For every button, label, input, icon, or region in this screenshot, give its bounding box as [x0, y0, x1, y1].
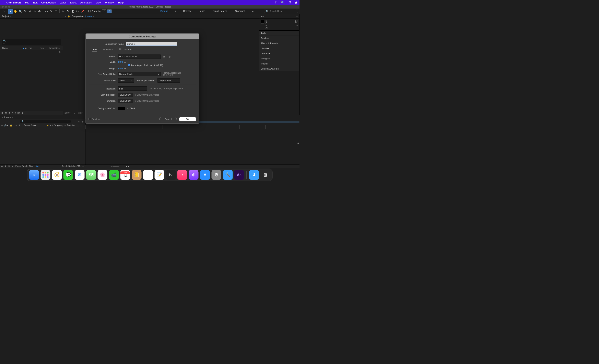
tl-foot-icon3[interactable]: {} — [8, 165, 10, 167]
comp-name-input[interactable] — [126, 42, 177, 46]
zoom-out-icon[interactable]: ━○━━━━━ — [111, 165, 119, 167]
bpc-label[interactable]: 8 bpc — [15, 112, 20, 114]
clone-tool-icon[interactable]: ✿ — [65, 9, 70, 14]
folder-icon[interactable]: 🗀 — [5, 112, 7, 114]
zoom-in-icon[interactable]: ▲▲ — [125, 165, 129, 167]
col-num[interactable]: # — [19, 124, 22, 127]
menu-help[interactable]: Help — [118, 1, 123, 4]
share-icon[interactable]: ⇪ — [275, 1, 277, 4]
project-search-input[interactable] — [7, 41, 60, 43]
col-parent[interactable]: Parent & — [67, 124, 75, 127]
dock-xcode-icon[interactable]: 🔨 — [223, 170, 233, 180]
col-name[interactable]: Name — [1, 47, 22, 50]
zoom-chevron-icon[interactable]: ⌄ — [74, 112, 76, 114]
col-eye-icon[interactable]: 👁 — [1, 124, 4, 127]
menu-edit[interactable]: Edit — [33, 1, 37, 4]
menu-window[interactable]: Window — [105, 1, 114, 4]
tab-advanced[interactable]: Advanced — [103, 48, 113, 52]
col-label-icon[interactable]: 🏷 — [15, 124, 19, 127]
snap-option-1[interactable]: ↗ — [102, 9, 106, 13]
dock-messages-icon[interactable]: 💬 — [63, 170, 73, 180]
project-menu-icon[interactable]: ≡ — [10, 15, 11, 18]
window-controls[interactable] — [2, 6, 10, 8]
start-input[interactable] — [118, 93, 133, 97]
search-input[interactable] — [269, 10, 294, 12]
col-solo-icon[interactable]: ● — [7, 124, 10, 127]
panel-content-aware[interactable]: Content-Aware Fill — [259, 66, 299, 71]
cancel-button[interactable]: Cancel — [159, 117, 177, 121]
dock-music-icon[interactable]: ♪ — [177, 170, 187, 180]
dock-contacts-icon[interactable]: 📒 — [132, 170, 142, 180]
dock-calendar-icon[interactable]: APR 14 — [120, 170, 130, 180]
workspace-more-icon[interactable]: » — [252, 9, 254, 13]
menu-effect[interactable]: Effect — [70, 1, 77, 4]
tl-foot-icon1[interactable]: ⊕ — [1, 165, 3, 167]
camera-tool-icon[interactable]: ⊹ — [32, 9, 37, 14]
zoom-value[interactable]: (100%) — [64, 112, 71, 114]
tl-foot-icon2[interactable]: ⚲ — [5, 165, 6, 167]
workspace-small[interactable]: Small Screen — [212, 9, 228, 13]
dock-reminders-icon[interactable]: ✓ — [143, 170, 153, 180]
workspace-standard[interactable]: Standard — [234, 9, 246, 13]
workspace-menu-icon[interactable]: ≡ — [175, 10, 176, 12]
tl-opt1-icon[interactable]: ⥃ — [75, 120, 77, 123]
col-audio-icon[interactable]: 🔊 — [4, 124, 7, 127]
rotation-tool-icon[interactable]: ⤾ — [27, 9, 32, 14]
panel-preview[interactable]: Preview — [259, 35, 299, 41]
par-dropdown[interactable]: Square Pixels⌄ — [118, 72, 160, 76]
dur-input[interactable] — [118, 99, 133, 103]
project-tab[interactable]: Project — [2, 15, 9, 17]
siri-icon[interactable]: ◉ — [295, 1, 298, 4]
tl-opt3-icon[interactable]: ◉ — [82, 120, 84, 123]
control-center-icon[interactable]: ⚙ — [289, 1, 291, 4]
col-framerate[interactable]: Frame Ra... — [48, 47, 61, 50]
orbit-tool-icon[interactable]: ⟳ — [23, 9, 27, 14]
pan-behind-tool-icon[interactable]: ⟴ — [37, 9, 42, 14]
search-help[interactable]: 🔍 — [264, 9, 298, 13]
snap-option-2[interactable]: ⊡ — [107, 9, 112, 13]
tl-close-icon[interactable]: × — [2, 116, 3, 118]
lock-icon[interactable]: 🔒 — [67, 15, 70, 17]
app-name[interactable]: After Effects — [6, 1, 21, 4]
panel-paragraph[interactable]: Paragraph — [259, 56, 299, 61]
preset-dropdown[interactable]: HDTV 1080 29.97⌄ — [118, 54, 160, 59]
ok-button[interactable]: OK — [179, 117, 196, 121]
menu-animation[interactable]: Animation — [80, 1, 92, 4]
drop-dropdown[interactable]: Drop Frame⌄ — [158, 78, 180, 83]
width-value[interactable]: 1920 — [118, 61, 123, 63]
flowchart-icon[interactable]: ⚞ — [0, 50, 63, 54]
tab-basic[interactable]: Basic — [92, 48, 97, 52]
col-lock-icon[interactable]: 🔒 — [10, 124, 13, 127]
col-tag-icon[interactable]: 🏷 — [24, 47, 27, 50]
panel-effects[interactable]: Effects & Presets — [259, 41, 299, 46]
workspace-review[interactable]: Review — [182, 9, 192, 13]
info-menu-icon[interactable]: ≡ — [296, 15, 298, 18]
rect-tool-icon[interactable]: ▭ — [44, 9, 49, 14]
puppet-tool-icon[interactable]: 📌 — [80, 9, 85, 14]
dock-podcasts-icon[interactable]: ⊚ — [189, 170, 199, 180]
menu-file[interactable]: File — [25, 1, 29, 4]
tl-menu-icon[interactable]: ≡ — [12, 116, 13, 118]
adjust-icon[interactable]: ✎ — [12, 112, 14, 114]
snap-checkbox[interactable] — [88, 10, 91, 12]
time-ruler[interactable] — [86, 125, 300, 129]
panel-libraries[interactable]: Libraries — [259, 46, 299, 51]
spotlight-icon[interactable]: 🔍 — [281, 1, 285, 4]
info-tab[interactable]: Info — [261, 15, 264, 17]
dock-settings-icon[interactable]: ⚙ — [211, 170, 221, 180]
res-dropdown[interactable]: Full⌄ — [118, 87, 147, 91]
menu-composition[interactable]: Composition — [41, 1, 56, 4]
col-switches[interactable]: ⚡✦✧fx▣⊞◐⊙ — [46, 124, 65, 127]
tl-foot-icon4[interactable]: ✦ — [12, 165, 13, 167]
dock-aftereffects-icon[interactable]: Ae — [234, 170, 244, 180]
workspace-learn[interactable]: Learn — [198, 9, 206, 13]
brush-tool-icon[interactable]: ✏ — [61, 9, 65, 14]
menu-layer[interactable]: Layer — [60, 1, 66, 4]
col-type[interactable]: Type — [27, 47, 39, 50]
project-search[interactable]: 🔍⌄ — [2, 39, 61, 45]
dock-tv-icon[interactable]: tv — [166, 170, 176, 180]
resolution-value[interactable]: (Full) — [78, 112, 83, 114]
fr-dropdown[interactable]: 29.97⌄ — [118, 78, 134, 83]
preview-checkbox[interactable] — [88, 118, 91, 120]
hand-tool-icon[interactable]: ✋ — [13, 9, 18, 14]
